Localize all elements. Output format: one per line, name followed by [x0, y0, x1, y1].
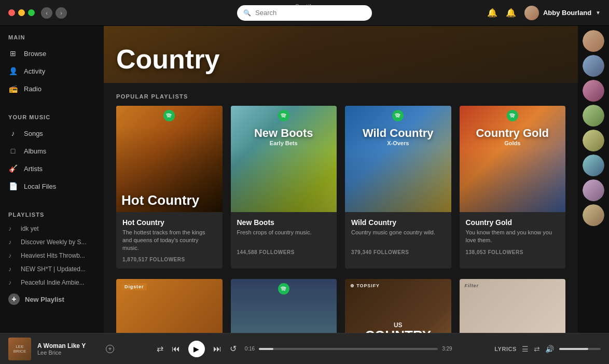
lyrics-button[interactable]: LYRICS [494, 346, 517, 352]
repeat-button[interactable]: ↺ [230, 344, 237, 354]
search-bar[interactable]: 🔍 [237, 5, 372, 21]
notification-bell-icon[interactable]: 🔔 [487, 8, 497, 18]
playlist-followers: 379,340 FOLLOWERS [351, 249, 445, 255]
playlist-art-country-gold: Country Gold Golds [460, 106, 566, 212]
svg-point-4 [278, 283, 289, 295]
progress-fill [259, 348, 273, 350]
minimize-button[interactable] [18, 9, 25, 16]
playlist-title: Country Gold [466, 218, 560, 227]
player-artist-name: Lee Brice [37, 349, 100, 356]
progress-bar[interactable] [259, 348, 438, 350]
svg-point-3 [507, 110, 518, 121]
activity-icon: 👤 [8, 66, 18, 76]
local-files-icon: 📄 [8, 181, 18, 191]
svg-point-1 [278, 110, 289, 121]
queue-icon[interactable]: ☰ [522, 345, 529, 353]
playlist-card-chillin[interactable]: Chillin' on... Chillin' on... [231, 279, 337, 333]
playlist-card-info: Wild Country Country music gone country … [345, 212, 451, 261]
page-title: Country [116, 44, 219, 75]
titlebar-left: ‹ › [8, 7, 67, 19]
traffic-lights [8, 9, 35, 16]
sidebar-item-local[interactable]: 📄 Local Files [0, 177, 104, 195]
chevron-down-icon: ▼ [596, 10, 601, 16]
your-music-label: YOUR MUSIC [0, 106, 104, 124]
sidebar-item-heaviest[interactable]: ♪ Heaviest Hits Throwb... [0, 249, 104, 262]
player-right-controls: LYRICS ☰ ⇄ 🔊 [494, 345, 601, 353]
volume-icon[interactable]: 🔊 [545, 345, 554, 353]
player-controls: ⇄ ⏮ ▶ ⏭ ↺ 0:16 3:29 [120, 341, 488, 357]
back-button[interactable]: ‹ [41, 7, 52, 19]
previous-button[interactable]: ⏮ [172, 344, 180, 354]
friend-avatar-3[interactable] [583, 80, 604, 102]
maximize-button[interactable] [28, 9, 35, 16]
playlists-grid-row2: Digster COUNTRY Digster Country Chillin'… [104, 279, 578, 333]
browse-icon: ⊞ [8, 49, 18, 58]
playlist-art-new-boots: New Boots Early Bets [231, 106, 337, 212]
playlist-art-us-country: ⊕ TOPSIFY US COUNTRY [345, 279, 451, 333]
playlist-label: NEW SH*T | Updated... [21, 265, 86, 273]
playlist-art-wild-country: Wild Country X-Overs [345, 106, 451, 212]
sidebar-item-label: Activity [24, 67, 45, 75]
shuffle-button[interactable]: ⇄ [157, 344, 163, 354]
playlist-art-digster: Digster COUNTRY [116, 279, 223, 333]
albums-icon: □ [8, 146, 18, 156]
search-icon: 🔍 [243, 9, 251, 17]
playlist-card-digster[interactable]: Digster COUNTRY Digster Country [116, 279, 223, 333]
main-section-label: MAIN [0, 26, 104, 45]
content-header: Country [104, 26, 578, 83]
friend-avatar-7[interactable] [583, 179, 604, 201]
music-note-icon: ♪ [8, 252, 16, 259]
playlist-label: Peaceful Indie Ambie... [21, 279, 85, 286]
sidebar-item-browse[interactable]: ⊞ Browse [0, 45, 104, 62]
friend-avatar-1[interactable] [583, 30, 604, 52]
search-input[interactable] [255, 9, 366, 17]
songs-icon: ♪ [8, 129, 18, 138]
sidebar-item-peaceful[interactable]: ♪ Peaceful Indie Ambie... [0, 276, 104, 289]
playlist-followers: 138,053 FOLLOWERS [466, 249, 560, 255]
popular-playlists-label: POPULAR PLAYLISTS [104, 83, 578, 106]
playlist-desc: Country music gone country wild. [351, 229, 445, 245]
playlist-art-chillin: Chillin' on... [231, 279, 337, 333]
forward-button[interactable]: › [56, 7, 67, 19]
friend-avatar-5[interactable] [583, 130, 604, 151]
svg-point-0 [163, 110, 175, 121]
volume-bar[interactable] [559, 348, 601, 350]
sidebar-item-artists[interactable]: 🎸 Artists [0, 160, 104, 177]
sidebar: MAIN ⊞ Browse 👤 Activity 📻 Radio YOUR MU… [0, 26, 104, 333]
playlist-card-filter[interactable]: Filter Filter Country [460, 279, 566, 333]
playlist-card-info: Hot Country The hottest tracks from the … [116, 212, 223, 269]
sidebar-item-newsh[interactable]: ♪ NEW SH*T | Updated... [0, 262, 104, 276]
friend-avatar-8[interactable] [583, 204, 604, 226]
player-album-art: LEEBRICE [8, 338, 31, 360]
playlist-card-country-gold[interactable]: Country Gold Golds Country Gold You know… [460, 106, 566, 269]
play-pause-button[interactable]: ▶ [188, 341, 205, 357]
content-area: Country POPULAR PLAYLISTS Hot Country [104, 26, 578, 333]
sidebar-item-label: Browse [24, 50, 46, 58]
next-button[interactable]: ⏭ [213, 344, 222, 354]
notification-alt-icon[interactable]: 🔔 [506, 8, 516, 18]
sidebar-item-albums[interactable]: □ Albums [0, 142, 104, 160]
friend-avatar-6[interactable] [583, 155, 604, 176]
playlist-desc: The hottest tracks from the kings and qu… [122, 229, 216, 253]
close-button[interactable] [8, 9, 15, 16]
playlist-card-wild-country[interactable]: Wild Country X-Overs Wild Country Countr… [345, 106, 451, 269]
sidebar-item-activity[interactable]: 👤 Activity [0, 62, 104, 80]
time-total: 3:29 [442, 346, 452, 352]
sidebar-item-radio[interactable]: 📻 Radio [0, 80, 104, 97]
friend-avatar-4[interactable] [583, 105, 604, 127]
devices-icon[interactable]: ⇄ [534, 345, 540, 353]
sidebar-item-songs[interactable]: ♪ Songs [0, 124, 104, 142]
playlist-card-new-boots[interactable]: New Boots Early Bets New Boots Fresh cro… [231, 106, 337, 269]
music-note-icon: ♪ [8, 239, 16, 246]
user-info[interactable]: Abby Bourland ▼ [524, 6, 601, 20]
progress-area: 0:16 3:29 [245, 346, 452, 352]
playlist-card-hot-country[interactable]: Hot Country Hot Country The hottest trac… [116, 106, 223, 269]
add-to-playlist-button[interactable]: + [106, 345, 114, 353]
sidebar-item-idk[interactable]: ♪ idk yet [0, 222, 104, 235]
sidebar-item-label: Local Files [24, 183, 56, 190]
playlist-title: Hot Country [122, 218, 216, 227]
new-playlist-button[interactable]: + New Playlist [0, 289, 104, 309]
playlist-card-us-country[interactable]: ⊕ TOPSIFY US COUNTRY US Country [345, 279, 451, 333]
sidebar-item-discover[interactable]: ♪ Discover Weekly by S... [0, 235, 104, 249]
friend-avatar-2[interactable] [583, 55, 604, 77]
